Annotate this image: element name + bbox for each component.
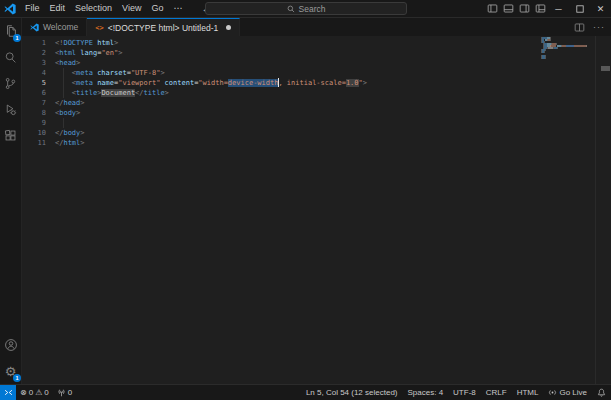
html-file-icon: <> xyxy=(95,24,103,32)
settings-gear-icon[interactable]: ⚙ 1 xyxy=(0,358,21,384)
tab-bar: Welcome <> <!DOCTYPE html> Untitled-1 ··… xyxy=(22,18,611,36)
vscode-tab-icon xyxy=(30,23,39,32)
editor-more-actions-icon[interactable]: ··· xyxy=(593,22,605,32)
encoding-indicator[interactable]: UTF-8 xyxy=(448,385,481,400)
line-number: 3 xyxy=(22,58,46,68)
remote-indicator[interactable] xyxy=(0,385,16,400)
line-number: 2 xyxy=(22,48,46,58)
go-live-button[interactable]: Go Live xyxy=(543,385,592,400)
line-number: 7 xyxy=(22,98,46,108)
code-editor[interactable]: 1<!DOCTYPE html>2<html lang="en">3<head>… xyxy=(22,36,611,384)
problems-indicator[interactable]: ⊗ 0 ⚠ 0 xyxy=(16,385,53,400)
toggle-secondary-sidebar-icon[interactable] xyxy=(516,0,532,17)
cursor-position[interactable]: Ln 5, Col 54 (12 selected) xyxy=(301,385,403,400)
code-line[interactable]: 9 xyxy=(22,118,611,128)
vscode-window: File Edit Selection View Go ⋯ ← → Search xyxy=(0,0,611,400)
explorer-badge: 1 xyxy=(13,34,21,42)
warning-count: 0 xyxy=(44,388,48,397)
activity-bar: 1 ⚙ 1 xyxy=(0,18,22,384)
line-number: 4 xyxy=(22,68,46,78)
source-control-icon[interactable] xyxy=(0,70,21,96)
radio-tower-icon xyxy=(57,388,66,397)
code-line[interactable]: 5 <meta name="viewport" content="width=d… xyxy=(22,78,611,88)
status-bar: ⊗ 0 ⚠ 0 0 Ln 5, Col 54 (12 selected) Spa… xyxy=(0,384,611,400)
toggle-sidebar-icon[interactable] xyxy=(484,0,500,17)
indentation-indicator[interactable]: Spaces: 4 xyxy=(403,385,449,400)
text-cursor xyxy=(278,78,280,87)
eol-indicator[interactable]: CRLF xyxy=(481,385,512,400)
line-number: 10 xyxy=(22,128,46,138)
remote-icon xyxy=(4,388,13,397)
code-line[interactable]: 11</html> xyxy=(22,138,611,148)
menu-file[interactable]: File xyxy=(20,0,45,17)
tab-untitled-1[interactable]: <> <!DOCTYPE html> Untitled-1 xyxy=(87,18,240,36)
explorer-icon[interactable]: 1 xyxy=(0,18,21,44)
vscode-logo-icon xyxy=(0,3,20,15)
search-icon xyxy=(287,5,295,13)
tab-welcome-label: Welcome xyxy=(43,22,78,32)
tab-welcome[interactable]: Welcome xyxy=(22,18,87,36)
toggle-panel-icon[interactable] xyxy=(500,0,516,17)
menu-more[interactable]: ⋯ xyxy=(168,0,187,17)
line-number: 1 xyxy=(22,38,46,48)
error-icon: ⊗ xyxy=(20,389,27,397)
bell-icon xyxy=(597,388,606,397)
command-center-search[interactable]: Search xyxy=(205,2,407,15)
code-line[interactable]: 3<head> xyxy=(22,58,611,68)
minimap-divider xyxy=(595,36,596,384)
search-placeholder: Search xyxy=(299,4,326,14)
line-number: 11 xyxy=(22,138,46,148)
editor-lines: 1<!DOCTYPE html>2<html lang="en">3<head>… xyxy=(22,38,611,148)
ports-indicator[interactable]: 0 xyxy=(53,385,76,400)
code-line[interactable]: 7</head> xyxy=(22,98,611,108)
line-number: 8 xyxy=(22,108,46,118)
notifications-bell[interactable] xyxy=(592,385,611,400)
line-number: 5 xyxy=(22,78,46,88)
account-icon[interactable] xyxy=(0,332,21,358)
minimap[interactable] xyxy=(541,37,595,59)
overview-ruler-marker xyxy=(601,66,610,71)
code-line[interactable]: 8<body> xyxy=(22,108,611,118)
minimize-button[interactable]: ─ xyxy=(548,0,569,17)
ports-count: 0 xyxy=(68,388,72,397)
split-editor-icon[interactable] xyxy=(574,22,585,33)
close-button[interactable]: ✕ xyxy=(590,0,611,17)
code-line[interactable]: 4 <meta charset="UTF-8"> xyxy=(22,68,611,78)
code-line[interactable]: 1<!DOCTYPE html> xyxy=(22,38,611,48)
menu-bar: File Edit Selection View Go ⋯ xyxy=(20,0,187,17)
run-debug-icon[interactable] xyxy=(0,96,21,122)
customize-layout-icon[interactable] xyxy=(532,0,548,17)
tab-untitled-1-label: <!DOCTYPE html> Untitled-1 xyxy=(108,23,219,33)
warning-icon: ⚠ xyxy=(35,389,42,397)
line-number: 9 xyxy=(22,118,46,128)
maximize-button[interactable] xyxy=(569,0,590,17)
broadcast-icon xyxy=(548,388,557,397)
search-view-icon[interactable] xyxy=(0,44,21,70)
code-line[interactable]: 10</body> xyxy=(22,128,611,138)
unsaved-dot-icon[interactable] xyxy=(226,25,231,30)
menu-view[interactable]: View xyxy=(117,0,146,17)
line-number: 6 xyxy=(22,88,46,98)
code-line[interactable]: 6 <title>Document</title> xyxy=(22,88,611,98)
error-count: 0 xyxy=(29,388,33,397)
title-bar: File Edit Selection View Go ⋯ ← → Search xyxy=(0,0,611,18)
settings-badge: 1 xyxy=(13,374,21,382)
code-line[interactable]: 2<html lang="en"> xyxy=(22,48,611,58)
menu-selection[interactable]: Selection xyxy=(70,0,117,17)
menu-edit[interactable]: Edit xyxy=(45,0,71,17)
menu-go[interactable]: Go xyxy=(146,0,168,17)
language-mode[interactable]: HTML xyxy=(512,385,544,400)
extensions-icon[interactable] xyxy=(0,122,21,148)
